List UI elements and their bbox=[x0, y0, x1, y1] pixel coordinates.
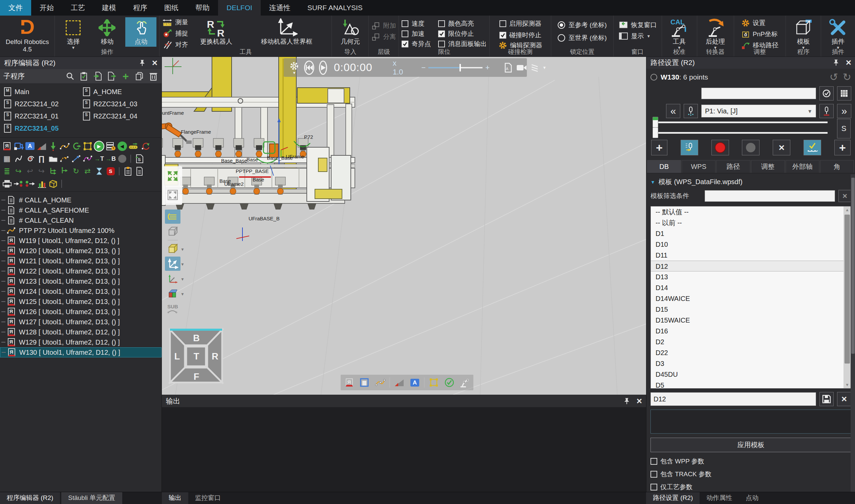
frame-blue-icon[interactable] bbox=[358, 376, 371, 389]
clipboard-list-icon[interactable] bbox=[123, 166, 133, 176]
scroll-thumb[interactable] bbox=[844, 215, 850, 363]
plus-icon[interactable]: + bbox=[121, 71, 130, 81]
statement-row[interactable]: ЯW125 [ Utool1, Uframe2, D13, () ] bbox=[0, 296, 161, 307]
template-description-area[interactable] bbox=[651, 410, 851, 434]
playback-settings-gear-icon[interactable]: ▼ bbox=[289, 61, 299, 74]
paste-gray-icon[interactable]: ↩ bbox=[25, 166, 35, 176]
template-filter-input[interactable] bbox=[705, 190, 835, 202]
menu-item-DELFOI[interactable]: DELFOI bbox=[218, 0, 261, 16]
branch-a-icon[interactable] bbox=[48, 166, 58, 176]
template-item-D13[interactable]: D13 bbox=[651, 271, 843, 282]
measure-item[interactable]: 测量 bbox=[162, 17, 188, 27]
loop-green-icon[interactable]: ↪ bbox=[13, 166, 24, 176]
branch-b-icon[interactable] bbox=[59, 166, 70, 176]
reverse-play-icon[interactable]: ◀ bbox=[117, 141, 127, 151]
delete-point-button[interactable]: × bbox=[773, 140, 790, 155]
transform-frame-icon[interactable] bbox=[82, 141, 93, 151]
scroll-up-icon[interactable]: ▲ bbox=[843, 206, 851, 213]
part-box-icon[interactable] bbox=[48, 178, 58, 189]
green-lines-icon[interactable]: ≣ bbox=[2, 166, 12, 176]
template-item-D3[interactable]: D3 bbox=[651, 358, 843, 369]
close-icon[interactable]: × bbox=[637, 398, 642, 404]
export-pdf-icon[interactable]: A bbox=[504, 62, 513, 73]
menu-item-帮助[interactable]: 帮助 bbox=[187, 0, 218, 16]
slope-limit-icon[interactable] bbox=[393, 376, 406, 389]
bottom-tab-路径设置 (R2)[interactable]: 路径设置 (R2) bbox=[646, 492, 699, 504]
display-item[interactable]: 显示 ▼ bbox=[618, 31, 657, 41]
spline-icon[interactable] bbox=[13, 153, 24, 164]
play-icon[interactable]: ▶ bbox=[94, 141, 104, 151]
copy-icon[interactable] bbox=[135, 71, 144, 81]
template-item-D14WAICE[interactable]: D14WAICE bbox=[651, 293, 843, 304]
move-robot-to-point-button[interactable] bbox=[819, 104, 834, 118]
checkbox-包含 WPP 参数[interactable]: 包含 WPP 参数 bbox=[651, 456, 851, 466]
statement-row[interactable]: ЯW130 [ Utool1, Uframe2, D12, () ] bbox=[0, 347, 161, 357]
pin-icon[interactable] bbox=[832, 59, 840, 66]
section-tool-icon[interactable] bbox=[165, 210, 180, 224]
menu-item-开始[interactable]: 开始 bbox=[31, 0, 62, 16]
statement-row[interactable]: ЯW124 [ Utool1, Uframe2, D13, () ] bbox=[0, 286, 161, 296]
swap-blue-icon[interactable] bbox=[13, 141, 24, 151]
path-position-slider[interactable] bbox=[653, 122, 827, 123]
hourglass-icon[interactable] bbox=[94, 166, 104, 176]
circular-move-icon[interactable] bbox=[71, 141, 81, 151]
tab-路径[interactable]: 路径 bbox=[716, 160, 750, 173]
file-out-icon[interactable] bbox=[107, 71, 117, 81]
delete-template-button[interactable]: × bbox=[837, 392, 851, 406]
s-file-icon[interactable]: S bbox=[134, 153, 145, 164]
template-item-D5[interactable]: D5 bbox=[651, 380, 843, 388]
statement-row[interactable]: ЯW129 [ Utool1, Uframe2, D12, () ] bbox=[0, 337, 161, 347]
subprogram-R2ZC3214_04[interactable]: SR2ZC3214_04 bbox=[81, 110, 160, 122]
robot-icon[interactable] bbox=[459, 376, 471, 389]
slope-limit-icon[interactable] bbox=[36, 141, 47, 151]
to-b-icon[interactable]: →B bbox=[105, 153, 116, 164]
bottom-tab-点动[interactable]: 点动 bbox=[739, 492, 765, 504]
checkbox-加速[interactable]: 加速 bbox=[402, 29, 431, 39]
close-icon[interactable]: × bbox=[152, 59, 158, 66]
record-disabled-button[interactable] bbox=[742, 140, 760, 155]
path-radio[interactable] bbox=[651, 74, 657, 80]
point-dropdown[interactable]: P1: Via, [J] ▼ bbox=[701, 105, 816, 118]
bottom-tab-输出[interactable]: 输出 bbox=[162, 492, 188, 504]
menu-item-工艺[interactable]: 工艺 bbox=[62, 0, 93, 16]
attach-item[interactable]: 附加 bbox=[372, 21, 396, 31]
grid-icon[interactable]: ▦ bbox=[2, 153, 12, 164]
template-item-D15WAICE[interactable]: D15WAICE bbox=[651, 315, 843, 326]
jump-points-icon[interactable] bbox=[59, 153, 70, 164]
record-button[interactable] bbox=[711, 140, 729, 155]
trash-icon[interactable] bbox=[149, 71, 158, 81]
template-item-D1[interactable]: D1 bbox=[651, 228, 843, 239]
tab-DB[interactable]: DB bbox=[647, 160, 681, 173]
statement-row[interactable]: ЯW128 [ Utool1, Uframe2, D12, () ] bbox=[0, 327, 161, 337]
check-ok-icon[interactable] bbox=[443, 376, 456, 389]
checkbox-速度[interactable]: 速度 bbox=[402, 19, 431, 29]
subprogram-A_HOME[interactable]: SA_HOME bbox=[81, 86, 160, 97]
radio-至世界 (坐标)[interactable]: 至世界 (坐标) bbox=[558, 32, 607, 44]
template-item-D12[interactable]: D12 bbox=[651, 260, 843, 271]
subprogram-R2ZC3214_02[interactable]: SR2ZC3214_02 bbox=[2, 98, 81, 110]
undo-icon[interactable]: ↺ bbox=[830, 72, 838, 82]
conveyor-icon[interactable] bbox=[128, 141, 139, 151]
subprogram-R2ZC3214_03[interactable]: SR2ZC3214_03 bbox=[81, 98, 160, 110]
pin-icon[interactable] bbox=[623, 397, 630, 405]
add-point-after-button[interactable]: + bbox=[834, 140, 851, 155]
statement-row[interactable]: ЯW123 [ Utool1, Uframe2, D13, () ] bbox=[0, 276, 161, 286]
menu-item-程序[interactable]: 程序 bbox=[125, 0, 156, 16]
pin-icon[interactable] bbox=[139, 59, 146, 67]
statement-row[interactable]: PTP P72 Utool1 Uframe2 100% bbox=[0, 226, 161, 236]
template-item-D45DU[interactable]: D45DU bbox=[651, 369, 843, 380]
refresh-icon[interactable]: ⇄ bbox=[82, 166, 93, 176]
apply-template-button[interactable]: 应用模板 bbox=[651, 438, 851, 452]
io-in-icon[interactable] bbox=[13, 178, 24, 189]
cal-tools-button[interactable]: CAL 工具 ▼ bbox=[664, 17, 695, 50]
prev-point-button[interactable]: « bbox=[666, 104, 680, 118]
cube-wire-icon[interactable] bbox=[165, 224, 180, 239]
next-point-button[interactable]: » bbox=[837, 104, 851, 118]
scroll-down-icon[interactable]: ▼ bbox=[843, 381, 851, 388]
axis-blue-icon[interactable]: ▼ bbox=[165, 256, 180, 271]
geometry-button[interactable]: 几何元 bbox=[335, 17, 366, 47]
weld-record-icon[interactable]: Я bbox=[343, 376, 356, 389]
zoom-fit-icon[interactable] bbox=[165, 169, 180, 183]
point-table-button[interactable] bbox=[837, 86, 851, 101]
snap-item[interactable]: 捕捉 bbox=[162, 29, 188, 38]
